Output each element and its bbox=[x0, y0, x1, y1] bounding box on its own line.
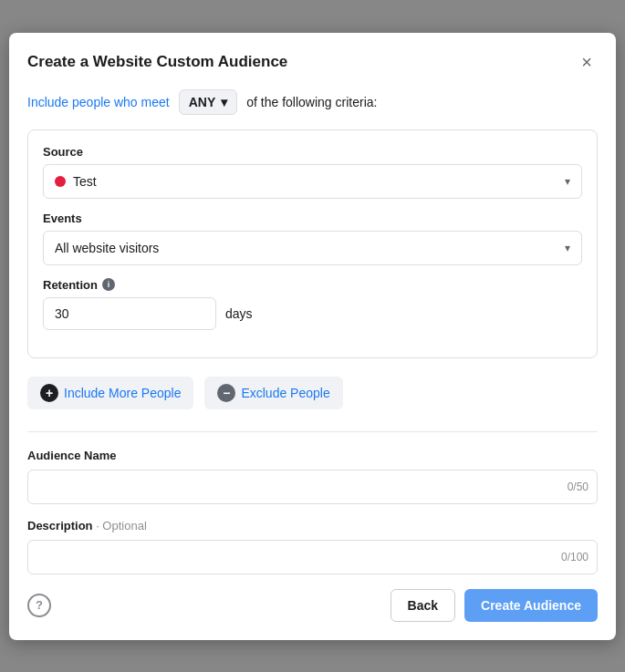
audience-name-input[interactable] bbox=[27, 470, 598, 504]
criteria-suffix: of the following criteria: bbox=[246, 95, 377, 109]
source-label: Source bbox=[43, 145, 582, 159]
description-section: Description · Optional 0/100 bbox=[27, 519, 598, 574]
divider bbox=[27, 431, 598, 432]
criteria-row: Include people who meet ANY ▾ of the fol… bbox=[27, 89, 598, 115]
events-group: Events All website visitors ▾ bbox=[43, 212, 582, 265]
modal-container: Create a Website Custom Audience × Inclu… bbox=[9, 33, 616, 640]
description-char-count: 0/100 bbox=[561, 551, 589, 563]
audience-name-char-count: 0/50 bbox=[568, 481, 589, 493]
audience-name-section: Audience Name 0/50 bbox=[27, 449, 598, 504]
events-value: All website visitors bbox=[55, 241, 159, 255]
footer-row: ? Back Create Audience bbox=[27, 589, 598, 622]
modal-overlay: Create a Website Custom Audience × Inclu… bbox=[0, 0, 625, 672]
create-audience-button[interactable]: Create Audience bbox=[464, 589, 598, 622]
include-plus-icon: + bbox=[40, 384, 58, 402]
modal-title: Create a Website Custom Audience bbox=[27, 53, 287, 71]
include-people-label: Include people who meet bbox=[27, 95, 170, 109]
source-dropdown[interactable]: Test ▾ bbox=[43, 164, 582, 199]
exclude-people-button[interactable]: − Exclude People bbox=[204, 377, 342, 409]
any-dropdown[interactable]: ANY ▾ bbox=[179, 89, 238, 115]
criteria-box: Source Test ▾ Events All website v bbox=[27, 129, 598, 358]
retention-days-label: days bbox=[225, 306, 253, 321]
actions-row: + Include More People − Exclude People bbox=[27, 373, 598, 409]
exclude-people-label: Exclude People bbox=[241, 386, 329, 400]
source-value: Test bbox=[73, 174, 97, 189]
retention-group: Retention i days bbox=[43, 278, 582, 330]
modal-header: Create a Website Custom Audience × bbox=[27, 51, 598, 73]
retention-label: Retention i bbox=[43, 278, 582, 292]
close-button[interactable]: × bbox=[576, 51, 598, 73]
source-status-dot bbox=[55, 176, 66, 187]
optional-label: · Optional bbox=[96, 519, 147, 532]
retention-info-icon[interactable]: i bbox=[102, 278, 115, 291]
source-chevron-icon: ▾ bbox=[565, 175, 570, 188]
events-chevron-icon: ▾ bbox=[565, 242, 570, 254]
retention-input[interactable] bbox=[43, 297, 216, 330]
description-label: Description · Optional bbox=[27, 519, 598, 532]
include-more-label: Include More People bbox=[64, 386, 181, 400]
events-label: Events bbox=[43, 212, 582, 225]
audience-name-label: Audience Name bbox=[27, 449, 598, 462]
events-dropdown[interactable]: All website visitors ▾ bbox=[43, 231, 582, 265]
help-icon[interactable]: ? bbox=[27, 594, 51, 617]
any-chevron-icon: ▾ bbox=[221, 95, 227, 109]
source-group: Source Test ▾ bbox=[43, 145, 582, 199]
back-button[interactable]: Back bbox=[391, 589, 455, 622]
include-more-people-button[interactable]: + Include More People bbox=[27, 377, 193, 409]
any-label: ANY bbox=[189, 95, 216, 109]
description-input[interactable] bbox=[27, 540, 598, 574]
exclude-minus-icon: − bbox=[217, 384, 235, 402]
